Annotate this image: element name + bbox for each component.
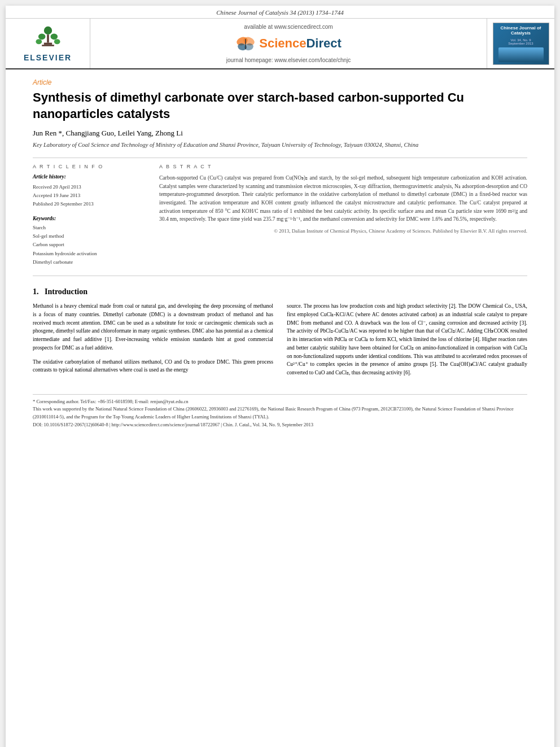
sciencedirect-label: ScienceDirect — [259, 36, 342, 51]
journal-thumb-box: Chinese Journal of Catalysis Vol. 34, No… — [493, 23, 549, 65]
keyword-koh: Potassium hydroxide activation — [33, 250, 146, 258]
elsevier-logo: ELSEVIER — [6, 19, 90, 68]
svg-point-0 — [43, 26, 51, 34]
intro-title: Introduction — [45, 287, 88, 296]
journal-thumb-title: Chinese Journal of Catalysis — [496, 25, 546, 36]
journal-thumb-details: Vol. 34, No. 9September 2013 — [508, 38, 533, 45]
abstract-text: Carbon-supported Cu (Cu/C) catalyst was … — [159, 174, 527, 224]
article-label: Article — [33, 78, 527, 86]
intro-para-3: source. The process has low production c… — [287, 302, 527, 377]
page: Chinese Journal of Catalysis 34 (2013) 1… — [6, 6, 554, 747]
footnote-corresponding: * Corresponding author. Tel/Fax: +86-351… — [33, 398, 527, 406]
intro-para-2: The oxidative carbonylation of methanol … — [33, 358, 273, 374]
article-info-header: A R T I C L E I N F O — [33, 164, 146, 169]
article-history-label: Article history: — [33, 174, 146, 180]
intro-left-col: Methanol is a heavy chemical made from c… — [33, 302, 273, 382]
footnote-doi: DOI: 10.1016/S1872-2067(12)60640-8 | htt… — [33, 421, 527, 429]
abstract-header: A B S T R A C T — [159, 164, 527, 169]
journal-header: Chinese Journal of Catalysis 34 (2013) 1… — [6, 6, 554, 19]
affiliation: Key Laboratory of Coal Science and Techn… — [33, 141, 527, 150]
svg-rect-6 — [43, 42, 51, 45]
content-area: Article Synthesis of dimethyl carbonate … — [6, 69, 554, 440]
divider-2 — [33, 276, 527, 276]
keyword-carbon: Carbon support — [33, 241, 146, 249]
keyword-dmc: Dimethyl carbonate — [33, 258, 146, 267]
journal-title: Chinese Journal of Catalysis 34 (2013) 1… — [216, 9, 344, 16]
svg-point-3 — [50, 33, 58, 40]
published-date: Published 20 September 2013 — [33, 200, 146, 208]
journal-thumbnail: Chinese Journal of Catalysis Vol. 34, No… — [487, 19, 554, 68]
center-banner: available at www.sciencedirect.com Scien… — [90, 19, 487, 68]
svg-rect-7 — [42, 45, 54, 46]
intro-number: 1. — [33, 287, 39, 296]
footnotes: * Corresponding author. Tel/Fax: +86-351… — [33, 394, 527, 429]
available-text: available at www.sciencedirect.com — [244, 24, 333, 30]
elsevier-tree-icon — [31, 25, 65, 51]
intro-heading: 1. Introduction — [33, 287, 527, 296]
keyword-solgel: Sol-gel method — [33, 232, 146, 241]
svg-point-4 — [36, 39, 42, 44]
svg-point-5 — [54, 39, 60, 44]
sciencedirect-icon — [235, 33, 256, 54]
keywords-label: Keywords: — [33, 216, 146, 221]
article-title: Synthesis of dimethyl carbonate over sta… — [33, 90, 527, 122]
authors: Jun Ren *, Changjiang Guo, Leilei Yang, … — [33, 129, 527, 138]
homepage-text: journal homepage: www.elsevier.com/locat… — [226, 57, 351, 63]
intro-two-col: Methanol is a heavy chemical made from c… — [33, 302, 527, 382]
abstract-col: A B S T R A C T Carbon-supported Cu (Cu/… — [159, 164, 527, 267]
journal-thumb-image — [498, 47, 544, 62]
accepted-date: Accepted 19 June 2013 — [33, 191, 146, 200]
elsevier-label: ELSEVIER — [24, 53, 72, 62]
introduction-section: 1. Introduction Methanol is a heavy chem… — [33, 287, 527, 382]
top-banner: ELSEVIER available at www.sciencedirect.… — [6, 19, 554, 69]
divider-1 — [33, 158, 527, 158]
footnote-support: This work was supported by the National … — [33, 405, 527, 421]
svg-rect-1 — [47, 34, 49, 42]
article-info-abstract: A R T I C L E I N F O Article history: R… — [33, 164, 527, 267]
intro-para-1: Methanol is a heavy chemical made from c… — [33, 302, 273, 352]
svg-point-2 — [38, 33, 45, 40]
received-date: Received 20 April 2013 — [33, 183, 146, 191]
keyword-starch: Starch — [33, 224, 146, 232]
sciencedirect-logo: ScienceDirect — [235, 33, 342, 54]
article-info-col: A R T I C L E I N F O Article history: R… — [33, 164, 146, 267]
intro-right-col: source. The process has low production c… — [287, 302, 527, 382]
copyright-line: © 2013, Dalian Institute of Chemical Phy… — [159, 228, 527, 234]
